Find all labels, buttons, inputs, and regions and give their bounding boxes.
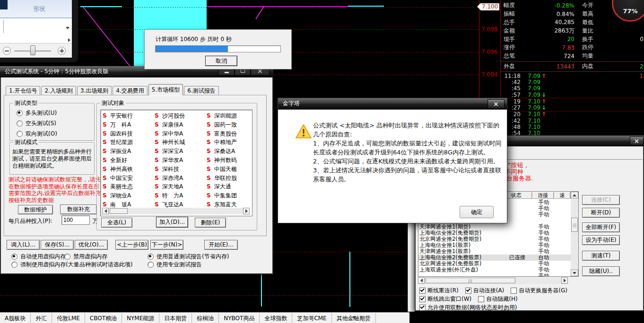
checkbox-option[interactable]: 自动连接(A): [465, 287, 505, 295]
add-button[interactable]: 加入(D)...: [156, 217, 188, 228]
stock-item[interactable]: S深康佳A: [153, 120, 185, 129]
dialog-titlebar[interactable]: 金字塔: [278, 98, 507, 110]
cancel-button[interactable]: 取消: [205, 56, 237, 66]
report-option-pro[interactable]: 使用专业测试报告: [148, 261, 202, 268]
save-button[interactable]: 保存(S)...: [41, 240, 74, 250]
stock-item[interactable]: S深圳能源: [205, 111, 237, 120]
stock-item[interactable]: S全新好: [101, 156, 133, 165]
tab-dropdown-icon[interactable]: [352, 316, 356, 319]
market-tab[interactable]: 日本期货: [159, 313, 192, 323]
memory-option-auto[interactable]: 自动使用虚拟内存: [11, 253, 66, 260]
hscroll-thumb[interactable]: [426, 278, 515, 283]
wizard-tab[interactable]: 2.入场规则: [41, 86, 76, 95]
scroll-down-icon[interactable]: [66, 27, 70, 29]
market-tab[interactable]: 伦敦LME: [52, 313, 85, 323]
stock-item[interactable]: S深华发A: [153, 156, 185, 165]
market-tab[interactable]: 棕榈油: [192, 313, 219, 323]
checkbox-option[interactable]: 断线跳出窗口(W): [419, 295, 471, 303]
zoom-out-button[interactable]: [3, 47, 11, 55]
market-tab[interactable]: NYBOT商品: [219, 313, 260, 323]
data-fill-button[interactable]: 数据补充: [60, 204, 97, 214]
stock-item[interactable]: S世纪星源: [101, 138, 133, 147]
disconnect-button[interactable]: 断开(D): [582, 208, 620, 218]
scroll-left-button[interactable]: [418, 277, 425, 284]
close-button[interactable]: [630, 136, 644, 145]
next-step-button[interactable]: 下一步(N)>: [150, 240, 183, 250]
stock-listbox[interactable]: S平安银行S万 科AS国农科技S世纪星源S深振业AS全新好S神州高铁S中国宝安S…: [100, 110, 252, 216]
prev-step-button[interactable]: <上一步(B): [115, 240, 148, 250]
memory-option-disable[interactable]: 禁用虚拟内存: [64, 253, 107, 260]
wizard-tab[interactable]: 1.开仓信号: [6, 86, 40, 95]
stock-item[interactable]: S美丽生态: [101, 182, 133, 191]
data-maintain-button[interactable]: 数据维护: [18, 205, 53, 214]
stock-item[interactable]: S深天地A: [153, 182, 185, 191]
wizard-tab[interactable]: 3.出场规则: [77, 86, 112, 95]
stock-item[interactable]: S深中华A: [153, 129, 185, 138]
col-connection[interactable]: 连接: [532, 192, 555, 199]
market-tab[interactable]: 全球指数: [260, 313, 292, 323]
checkbox-option[interactable]: 自动更换服务器(G): [511, 287, 567, 295]
stock-item[interactable]: S神州高铁: [101, 165, 133, 174]
market-tab[interactable]: 外汇: [31, 313, 52, 323]
wizard-tab[interactable]: 4.交易费用: [113, 86, 147, 95]
stock-item[interactable]: S中集集团: [205, 191, 237, 200]
stock-item[interactable]: S万 科A: [101, 120, 133, 129]
stock-item[interactable]: S深桑达A: [205, 147, 237, 156]
col-speed[interactable]: 速: [554, 192, 571, 199]
market-tab[interactable]: NYME能源: [122, 313, 159, 323]
scroll-right-button[interactable]: [561, 277, 568, 284]
checkbox-option[interactable]: 允许使用双数据(网络状态差时勿用): [419, 304, 517, 312]
stock-item[interactable]: S深物业A: [101, 191, 133, 200]
scroll-right-button[interactable]: [243, 208, 250, 214]
stock-item[interactable]: S神州数码: [205, 156, 237, 165]
load-button[interactable]: 调入(L)...: [7, 240, 40, 250]
stock-item[interactable]: S国农科技: [101, 129, 133, 138]
stock-item[interactable]: S神州长城: [153, 138, 185, 147]
checkbox-option[interactable]: 断线重连(R): [419, 287, 459, 295]
market-tab[interactable]: A股板块: [0, 313, 31, 323]
chart-scrollbar-strip[interactable]: [408, 223, 415, 312]
stock-item[interactable]: S深大通: [205, 182, 237, 191]
invest-input[interactable]: [61, 215, 90, 225]
stock-item[interactable]: S深深宝A: [153, 147, 185, 156]
stock-item[interactable]: S中粮地产: [205, 138, 237, 147]
select-all-button[interactable]: 全选(L): [101, 218, 132, 228]
stock-item[interactable]: S中国宝安: [101, 174, 133, 183]
radio-option[interactable]: 多头测试(U): [17, 108, 57, 118]
stock-item[interactable]: S特 力A: [153, 191, 185, 200]
tab-overflow-icon[interactable]: [360, 316, 363, 319]
stock-item[interactable]: S国药一致: [205, 120, 237, 129]
connect-button[interactable]: 连接(C): [582, 195, 620, 205]
speed-test-button[interactable]: 测速(T): [582, 251, 620, 261]
zoom-slider-thumb[interactable]: [30, 45, 35, 55]
stock-item[interactable]: S富奥股份: [205, 129, 237, 138]
wizard-tab[interactable]: 6.测试报告: [184, 86, 218, 95]
wizard-tab[interactable]: 5.市场模型: [148, 84, 183, 95]
memory-option-force[interactable]: 强制使用虚拟内存(大量品种测试时请选此项): [11, 261, 132, 268]
optimize-button[interactable]: 优化(O)...: [75, 240, 108, 250]
scroll-down-button[interactable]: [571, 270, 578, 276]
disconnect-all-button[interactable]: 全部断开(F): [582, 222, 620, 232]
set-manual-button[interactable]: 设为手动(E): [582, 235, 620, 245]
scroll-up-button[interactable]: [571, 192, 578, 198]
stock-item[interactable]: S沙河股份: [153, 111, 185, 120]
delete-button[interactable]: 删除(E): [195, 218, 226, 228]
zoom-in-button[interactable]: [58, 47, 66, 55]
stock-item[interactable]: S华联控股: [205, 174, 237, 183]
ok-button[interactable]: 确定: [460, 206, 494, 218]
stock-item[interactable]: S中国天楹: [205, 165, 237, 174]
market-tab[interactable]: CBOT粮油: [85, 313, 122, 323]
radio-option[interactable]: 空头测试(S): [17, 118, 57, 128]
hide-button[interactable]: 隐藏(U)..: [582, 266, 620, 276]
report-option-normal[interactable]: 使用普通测试报告(节省内存): [148, 253, 229, 260]
checkbox-option[interactable]: 自动隐藏(H): [478, 295, 517, 303]
radio-option[interactable]: 双向测试(O): [17, 128, 57, 139]
time-sales-list[interactable]: 11:18 7.09 ↑ 1 :42 7.09 :45 7.09: [503, 73, 644, 136]
scroll-left-button[interactable]: [102, 208, 109, 214]
stock-item[interactable]: S深科技: [153, 165, 185, 174]
hscroll-thumb[interactable]: [110, 208, 128, 214]
server-row[interactable]: 手动: [418, 273, 571, 276]
close-button[interactable]: [487, 99, 505, 109]
start-button[interactable]: 开始(E)...: [204, 240, 238, 250]
table-hscrollbar[interactable]: [418, 277, 568, 284]
